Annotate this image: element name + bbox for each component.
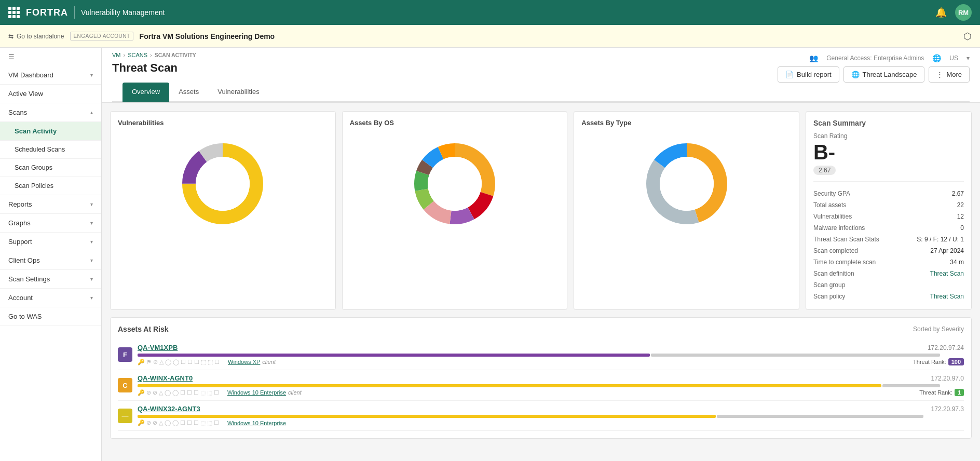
summary-row-total-assets: Total assets 22 — [813, 199, 964, 211]
chevron-down-icon: ▾ — [90, 220, 93, 226]
asset-action-icons-3: 🔑⊘⊘△◯◯ ☐☐☐⬚⬚☐ — [138, 419, 219, 426]
sidebar-item-graphs[interactable]: Graphs ▾ — [0, 214, 101, 233]
more-icon: ⋮ — [936, 71, 943, 78]
summary-row-malware: Malware infections 0 — [813, 222, 964, 234]
svg-point-3 — [196, 157, 250, 211]
charts-row: Vulnerabilities Assets By OS — [110, 111, 972, 310]
table-row: F QA-VM1XPB 172.20.97.24 — [118, 340, 964, 370]
document-icon: 📄 — [785, 71, 794, 78]
rank-badge-1: 100 — [948, 358, 964, 365]
threat-landscape-button[interactable]: 🌐 Threat Landscape — [843, 66, 925, 83]
asset-badge-f: F — [118, 347, 132, 362]
grid-menu-icon[interactable] — [8, 7, 20, 18]
content-header: VM › SCANS › SCAN ACTIVITY Threat Scan 👥… — [102, 48, 980, 103]
nav-divider — [74, 6, 75, 19]
sidebar-item-account[interactable]: Account ▾ — [0, 289, 101, 307]
summary-row-scan-definition: Scan definition Threat Scan — [813, 268, 964, 279]
region-selector[interactable]: US — [949, 55, 958, 62]
chevron-down-icon: ▾ — [90, 257, 93, 263]
breadcrumb-vm[interactable]: VM — [112, 52, 121, 58]
sidebar-item-support[interactable]: Support ▾ — [0, 233, 101, 251]
tab-assets[interactable]: Assets — [169, 83, 208, 102]
sidebar-item-go-to-was[interactable]: Go to WAS — [0, 307, 101, 326]
account-name: Fortra VM Solutions Engineering Demo — [140, 32, 275, 40]
sidebar-item-scan-settings[interactable]: Scan Settings ▾ — [0, 270, 101, 289]
asset-bar-3 — [138, 415, 964, 418]
asset-name-3[interactable]: QA-WINX32-AGNT3 — [138, 405, 200, 413]
tabs-bar: Overview Assets Vulnerabilities — [112, 83, 970, 102]
breadcrumb-scans[interactable]: SCANS — [128, 52, 147, 58]
notification-bell-icon[interactable]: 🔔 — [935, 7, 947, 18]
scan-policy-link[interactable]: Threat Scan — [930, 293, 964, 300]
summary-row-vulnerabilities: Vulnerabilities 12 — [813, 211, 964, 222]
sidebar-item-scan-groups[interactable]: Scan Groups — [0, 159, 101, 177]
tab-overview[interactable]: Overview — [122, 83, 169, 102]
breadcrumb: VM › SCANS › SCAN ACTIVITY — [112, 52, 196, 58]
chevron-down-icon: ▾ — [90, 239, 93, 245]
chevron-down-icon: ▾ — [90, 72, 93, 78]
globe-threat-icon: 🌐 — [851, 71, 860, 78]
sidebar-item-active-view[interactable]: Active View — [0, 85, 101, 103]
sidebar-item-client-ops[interactable]: Client Ops ▾ — [0, 251, 101, 270]
avatar[interactable]: RM — [955, 4, 972, 21]
page-title: Threat Scan — [112, 61, 178, 75]
breadcrumb-current: SCAN ACTIVITY — [155, 52, 196, 58]
sidebar-item-scan-policies[interactable]: Scan Policies — [0, 177, 101, 195]
tab-vulnerabilities[interactable]: Vulnerabilities — [208, 83, 268, 102]
exit-icon[interactable]: ⬡ — [963, 31, 972, 42]
page-title-bar: Threat Scan — [112, 61, 196, 81]
chevron-down-icon: ▾ — [90, 201, 93, 207]
summary-divider — [813, 181, 964, 182]
asset-info-2: QA-WINX-AGNT0 172.20.97.0 🔑⊘⊘△◯◯ ☐☐ — [138, 374, 964, 396]
top-navigation: FORTRA Vulnerability Management 🔔 RM — [0, 0, 980, 25]
transfer-icon: ⇆ — [8, 33, 13, 40]
asset-os-3[interactable]: Windows 10 Enterprise — [227, 420, 286, 426]
main-content: VM › SCANS › SCAN ACTIVITY Threat Scan 👥… — [102, 48, 980, 461]
asset-os-2[interactable]: Windows 10 Enterprise — [227, 389, 286, 396]
sort-label: Sorted by Severity — [913, 326, 964, 333]
asset-client-1: client — [262, 359, 276, 365]
table-row: C QA-WINX-AGNT0 172.20.97.0 — [118, 370, 964, 401]
sidebar-item-scheduled-scans[interactable]: Scheduled Scans — [0, 141, 101, 159]
asset-name-2[interactable]: QA-WINX-AGNT0 — [138, 374, 193, 382]
rank-badge-2: 1 — [955, 389, 964, 396]
scan-summary-card: Scan Summary Scan Rating B- 2.67 Securit… — [806, 111, 972, 310]
summary-row-scan-completed: Scan completed 27 Apr 2024 — [813, 245, 964, 256]
secondary-navigation: ⇆ Go to standalone ENGAGED ACCOUNT Fortr… — [0, 25, 980, 48]
vulnerabilities-card: Vulnerabilities — [110, 111, 336, 310]
assets-by-type-donut — [581, 132, 792, 236]
goto-standalone-button[interactable]: ⇆ Go to standalone — [8, 33, 64, 40]
asset-ip-3: 172.20.97.3 — [931, 405, 964, 413]
summary-row-scan-group: Scan group — [813, 279, 964, 291]
asset-bar-2 — [138, 384, 964, 387]
sidebar-item-vm-dashboard[interactable]: VM Dashboard ▾ — [0, 66, 101, 85]
build-report-button[interactable]: 📄 Build report — [778, 66, 839, 83]
sidebar-item-reports[interactable]: Reports ▾ — [0, 195, 101, 214]
region-chevron-icon: ▾ — [967, 55, 970, 62]
asset-ip-2: 172.20.97.0 — [931, 375, 964, 382]
access-label: General Access: Enterprise Admins — [826, 55, 924, 62]
more-button[interactable]: ⋮ More — [929, 66, 970, 83]
assets-at-risk-title: Assets At Risk — [118, 325, 169, 333]
asset-ip-1: 172.20.97.24 — [928, 344, 964, 351]
sidebar-item-scans[interactable]: Scans ▴ — [0, 103, 101, 122]
asset-action-icons-1: 🔑⚑⊘△◯◯ ☐☐☐⬚⬚☐ — [138, 359, 220, 365]
asset-name-1[interactable]: QA-VM1XPB — [138, 344, 178, 351]
scan-rating-label: Scan Rating — [813, 132, 964, 140]
assets-by-os-card: Assets By OS — [342, 111, 568, 310]
access-people-icon: 👥 — [809, 54, 818, 62]
content-body: Vulnerabilities Assets By OS — [102, 103, 980, 447]
vulnerabilities-donut — [118, 132, 328, 236]
logo: FORTRA — [26, 7, 68, 18]
sidebar-item-scan-activity[interactable]: Scan Activity — [0, 122, 101, 141]
asset-badge-c: C — [118, 378, 132, 392]
scan-rating-num: 2.67 — [813, 166, 836, 175]
hamburger-menu[interactable]: ☰ — [0, 48, 101, 66]
scan-definition-link[interactable]: Threat Scan — [930, 270, 964, 277]
summary-row-scan-policy: Scan policy Threat Scan — [813, 291, 964, 302]
app-body: ☰ VM Dashboard ▾ Active View Scans ▴ Sca… — [0, 48, 980, 461]
asset-os-1[interactable]: Windows XP — [228, 359, 260, 365]
asset-badge-y: — — [118, 409, 132, 423]
assets-by-type-card: Assets By Type — [574, 111, 799, 310]
svg-point-17 — [660, 157, 714, 211]
